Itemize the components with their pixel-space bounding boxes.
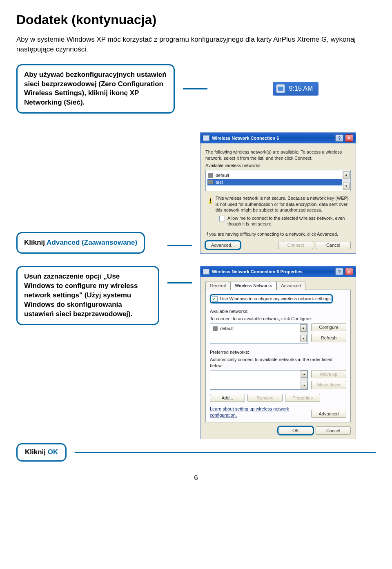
allow-connect-checkbox[interactable] <box>219 216 225 221</box>
cancel-button[interactable]: Cancel <box>316 241 351 249</box>
network-icon <box>276 84 285 93</box>
callout-ok: Kliknij OK <box>16 443 67 462</box>
list-item-label: test <box>216 179 223 185</box>
connect-button[interactable]: Connect <box>278 241 313 249</box>
list-item[interactable]: default <box>212 325 299 332</box>
wireless-connection-dialog: Wireless Network Connection 6 ? × The fo… <box>200 132 356 254</box>
scroll-up-button[interactable]: ▴ <box>301 370 307 378</box>
add-button[interactable]: Add... <box>210 394 245 402</box>
tab-wireless-networks[interactable]: Wireless Networks <box>230 281 276 290</box>
network-item-icon <box>208 180 213 184</box>
move-up-button[interactable]: Move up <box>311 370 346 378</box>
wireless-icon <box>203 135 209 141</box>
callout-ok-highlight: OK <box>48 448 58 456</box>
page-number: 6 <box>16 474 376 482</box>
available-networks-listbox[interactable]: default test ▴ ▾ <box>205 170 351 191</box>
intro-text: Aby w systemie Windows XP móc korzystać … <box>16 35 376 54</box>
list-item-label: default <box>220 326 234 331</box>
help-button[interactable]: ? <box>335 134 343 142</box>
network-item-icon <box>208 173 213 178</box>
callout-uncheck: Usuń zaznaczenie opcji „Use Windows to c… <box>16 266 159 325</box>
scroll-down-button[interactable]: ▾ <box>301 382 307 389</box>
remove-button[interactable]: Remove <box>247 394 283 402</box>
preferred-networks-label: Preferred networks: <box>210 349 346 355</box>
scrollbar[interactable]: ▴ ▾ <box>301 370 307 389</box>
wireless-icon <box>203 269 209 274</box>
tab-panel: Use Windows to configure my wireless net… <box>205 290 351 422</box>
callout-ok-label: Kliknij <box>25 448 48 456</box>
warning-icon: ! <box>209 195 212 204</box>
close-button[interactable]: × <box>345 268 353 275</box>
close-button[interactable]: × <box>345 134 353 142</box>
scroll-up-button[interactable]: ▴ <box>300 324 307 332</box>
dialog1-desc: The following wireless network(s) are av… <box>205 149 351 161</box>
preferred-networks-help: Automatically connect to available netwo… <box>210 357 346 368</box>
list-item[interactable]: test <box>207 179 342 185</box>
callout-advanced: Kliknij Advanced (Zaawansowane) <box>16 232 145 254</box>
warning-text: This wireless network is not secure. Bec… <box>216 195 351 213</box>
advanced-button[interactable]: Advanced... <box>205 241 241 249</box>
properties-dialog: Wireless Network Connection 6 Properties… <box>200 266 356 439</box>
tab-strip: General Wireless Networks Advanced <box>205 281 351 290</box>
ok-button[interactable]: OK <box>278 426 313 435</box>
available-networks-label: Available wireless networks: <box>205 163 351 168</box>
connector-line <box>167 245 192 246</box>
configure-button[interactable]: Configure <box>311 323 346 331</box>
scroll-up-button[interactable]: ▴ <box>343 171 350 179</box>
tab-advanced[interactable]: Advanced <box>276 281 305 290</box>
available-networks-label: Available networks: <box>210 308 346 314</box>
list-item[interactable]: default <box>207 172 342 179</box>
use-windows-label: Use Windows to configure my wireless net… <box>220 296 331 301</box>
connector-line <box>183 88 207 89</box>
callout-advanced-highlight: Advanced (Zaawansowane) <box>47 239 137 246</box>
scroll-down-button[interactable]: ▾ <box>343 183 350 190</box>
cancel-button[interactable]: Cancel <box>316 426 351 435</box>
help-button[interactable]: ? <box>335 268 343 275</box>
page-title: Dodatek (kontynuacja) <box>16 12 376 27</box>
tab-general[interactable]: General <box>205 281 230 290</box>
systray-screenshot: 9:15 AM <box>273 82 319 96</box>
dialog1-title: Wireless Network Connection 6 <box>212 136 279 141</box>
move-down-button[interactable]: Move down <box>311 381 346 389</box>
learn-link[interactable]: Learn about setting up wireless network … <box>210 406 292 418</box>
connector-line <box>167 282 192 283</box>
scroll-down-button[interactable]: ▾ <box>300 335 307 342</box>
having-difficulty-text: If you are having difficulty connecting … <box>205 231 351 237</box>
available-networks-help: To connect to an available network, clic… <box>210 316 346 321</box>
network-item-icon <box>213 326 218 331</box>
properties-button[interactable]: Properties <box>285 394 320 402</box>
systray-time: 9:15 AM <box>289 85 313 92</box>
dialog2-title: Wireless Network Connection 6 Properties <box>212 269 303 274</box>
list-item-label: default <box>216 172 229 178</box>
allow-connect-label: Allow me to connect to the selected wire… <box>227 215 351 227</box>
callout-zero-config: Aby używać bezkonfiguracyjnych ustawień … <box>16 64 175 114</box>
advanced-button[interactable]: Advanced <box>311 410 346 418</box>
scrollbar[interactable]: ▴ ▾ <box>343 171 350 190</box>
preferred-networks-listbox[interactable]: ▴ ▾ <box>210 370 308 390</box>
callout-advanced-label: Kliknij <box>24 239 47 246</box>
refresh-button[interactable]: Refresh <box>311 334 346 342</box>
connector-line <box>75 452 376 453</box>
scrollbar[interactable]: ▴ ▾ <box>300 324 307 342</box>
available-networks-listbox[interactable]: default ▴ ▾ <box>210 323 308 344</box>
use-windows-checkbox[interactable] <box>212 296 218 302</box>
